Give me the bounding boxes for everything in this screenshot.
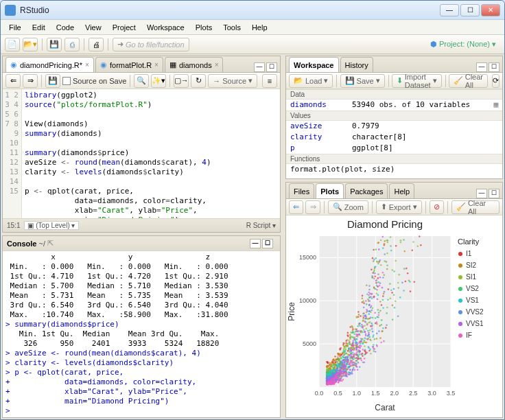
menu-workspace[interactable]: Workspace	[143, 22, 189, 33]
project-selector[interactable]: ⬢ Project: (None) ▾	[426, 40, 500, 49]
menu-view[interactable]: View	[81, 22, 106, 33]
clear-plots-button[interactable]: 🧹Clear All	[451, 200, 500, 214]
save-ws-button[interactable]: 💾Save▾	[340, 74, 385, 88]
ws-row[interactable]: diamonds 53940 obs. of 10 variables ▦	[286, 100, 502, 110]
close-tab-icon[interactable]: ×	[85, 61, 89, 69]
close-button[interactable]: ✕	[481, 4, 500, 16]
plot-next-button[interactable]: ⇒	[305, 200, 320, 214]
filetype-selector[interactable]: R Script ▾	[246, 222, 276, 229]
svg-point-571	[375, 248, 377, 250]
load-button[interactable]: 📂Load▾	[289, 74, 333, 88]
tab-files[interactable]: Files	[289, 183, 314, 198]
svg-point-1080	[356, 357, 358, 359]
menu-help[interactable]: Help	[248, 22, 272, 33]
pane-min-icon[interactable]: —	[476, 62, 487, 72]
pane-max-icon[interactable]: ☐	[489, 189, 500, 198]
export-button[interactable]: ⬆Export▾	[376, 200, 422, 214]
svg-point-351	[369, 329, 371, 331]
menu-plots[interactable]: Plots	[191, 22, 216, 33]
import-dataset-button[interactable]: ⬇Import Dataset▾	[392, 74, 442, 88]
remove-plot-button[interactable]: ⊘	[430, 200, 444, 214]
ws-row[interactable]: format.plot(plot, size)	[286, 164, 502, 175]
svg-point-368	[397, 287, 399, 289]
svg-point-1359	[458, 334, 462, 338]
run-line-button[interactable]: ▢→	[174, 74, 189, 88]
tab-label: diamondPricing.R*	[20, 61, 82, 69]
svg-point-151	[371, 269, 373, 271]
svg-point-1223	[373, 278, 375, 280]
svg-point-1302	[349, 369, 351, 371]
svg-point-89	[347, 334, 349, 336]
pane-min-icon[interactable]: —	[476, 189, 487, 198]
svg-point-428	[381, 330, 384, 332]
save-all-button[interactable]: ⎙	[64, 38, 80, 51]
goto-file-input[interactable]: ➜ Go to file/function	[113, 38, 189, 51]
close-tab-icon[interactable]: ×	[154, 61, 158, 69]
pane-min-icon[interactable]: —	[250, 239, 261, 248]
tab-diamonds[interactable]: ▦ diamonds ×	[165, 57, 224, 72]
tab-workspace[interactable]: Workspace	[289, 57, 339, 72]
tab-plots[interactable]: Plots	[316, 183, 344, 198]
wand-button[interactable]: ✨▾	[151, 74, 166, 88]
plot-prev-button[interactable]: ⇐	[289, 200, 303, 214]
save-source-button[interactable]: 💾	[45, 74, 60, 88]
svg-point-1195	[358, 342, 360, 345]
svg-point-677	[390, 250, 392, 252]
ws-row[interactable]: pggplot[8]	[286, 143, 502, 154]
back-button[interactable]: ⇐	[5, 74, 21, 88]
code-body[interactable]: library(ggplot2) source("plots/formatPlo…	[22, 89, 280, 218]
console-wd-popup-icon[interactable]: ⇱	[47, 239, 54, 248]
new-file-button[interactable]: 📄	[5, 38, 20, 51]
close-tab-icon[interactable]: ×	[215, 61, 219, 69]
menu-project[interactable]: Project	[108, 22, 140, 33]
menu-code[interactable]: Code	[52, 22, 78, 33]
pane-max-icon[interactable]: ☐	[266, 62, 277, 72]
console-output[interactable]: x y z Min. : 0.000 Min. : 0.000 Min. : 0…	[3, 251, 280, 417]
pane-max-icon[interactable]: ☐	[262, 239, 273, 248]
source-button[interactable]: → Source ▾	[208, 74, 257, 88]
forward-button[interactable]: ⇒	[23, 74, 38, 88]
svg-point-45	[391, 292, 393, 294]
svg-point-1154	[351, 350, 353, 352]
svg-point-292	[331, 362, 333, 364]
scope-indicator[interactable]: ▣ (Top Level) ▾	[24, 221, 78, 230]
svg-point-99	[410, 290, 412, 292]
print-button[interactable]: 🖨	[89, 38, 104, 51]
svg-point-1247	[362, 349, 364, 351]
view-table-icon[interactable]: ▦	[493, 100, 498, 110]
svg-point-152	[362, 295, 364, 297]
find-button[interactable]: 🔍	[134, 74, 149, 88]
maximize-button[interactable]: ☐	[460, 4, 480, 16]
ws-row[interactable]: claritycharacter[8]	[286, 132, 502, 143]
pane-max-icon[interactable]: ☐	[489, 62, 500, 72]
pane-min-icon[interactable]: —	[254, 62, 265, 72]
tab-history[interactable]: History	[340, 57, 373, 72]
rerun-button[interactable]: ↻	[191, 74, 206, 88]
clear-all-button[interactable]: 🧹Clear All	[449, 74, 488, 88]
open-file-button[interactable]: 📂▾	[23, 38, 38, 51]
svg-point-1156	[357, 343, 359, 345]
zoom-button[interactable]: 🔍Zoom	[328, 200, 368, 214]
svg-point-57	[382, 295, 384, 297]
save-button[interactable]: 💾	[47, 38, 62, 51]
tab-help[interactable]: Help	[389, 183, 414, 198]
ws-row[interactable]: aveSize0.7979	[286, 121, 502, 132]
menu-tools[interactable]: Tools	[219, 22, 245, 33]
svg-point-469	[330, 367, 332, 369]
tab-formatplot[interactable]: ◉ formatPlot.R ×	[95, 57, 163, 72]
titlebar[interactable]: RStudio — ☐ ✕	[1, 1, 504, 20]
svg-point-976	[377, 316, 379, 318]
source-on-save-checkbox[interactable]	[62, 77, 71, 85]
menu-file[interactable]: File	[5, 22, 25, 33]
menu-edit[interactable]: Edit	[28, 22, 49, 33]
svg-point-813	[359, 325, 361, 327]
svg-point-399	[412, 241, 414, 243]
svg-point-267	[379, 325, 381, 327]
outline-button[interactable]: ≡	[262, 74, 277, 88]
code-editor[interactable]: 1 2 3 4 5 6 7 8 9 10 11 12 13 14 15 libr…	[3, 89, 280, 218]
minimize-button[interactable]: —	[440, 4, 459, 16]
svg-point-1279	[355, 347, 357, 349]
tab-packages[interactable]: Packages	[345, 183, 388, 198]
tab-diamondpricing[interactable]: ◉ diamondPricing.R* ×	[5, 57, 94, 72]
refresh-button[interactable]: ⟳	[492, 74, 500, 88]
